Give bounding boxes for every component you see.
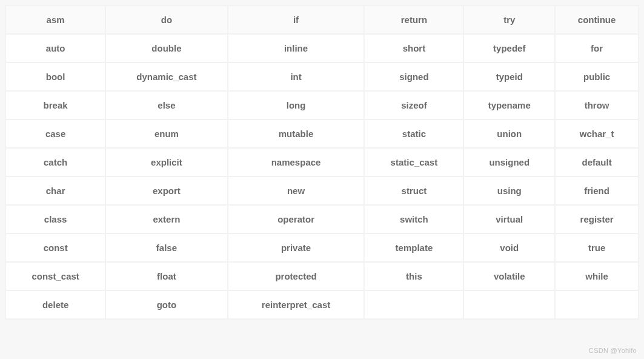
table-cell: false: [106, 234, 227, 261]
table-cell: signed: [365, 63, 463, 90]
keywords-table: asm do if return try continue auto doubl…: [5, 5, 639, 320]
table-cell: inline: [228, 35, 364, 62]
table-row: asm do if return try continue: [6, 6, 638, 33]
table-cell: static: [365, 120, 463, 147]
table-cell: delete: [6, 291, 105, 318]
table-row: case enum mutable static union wchar_t: [6, 120, 638, 147]
table-cell: operator: [228, 206, 364, 233]
table-cell: int: [228, 63, 364, 90]
table-cell: protected: [228, 263, 364, 290]
table-cell: float: [106, 263, 227, 290]
table-cell: reinterpret_cast: [228, 291, 364, 318]
table-cell: switch: [365, 206, 463, 233]
table-body: asm do if return try continue auto doubl…: [6, 6, 638, 318]
table-cell: public: [556, 63, 638, 90]
table-cell: continue: [556, 6, 638, 33]
table-cell: unsigned: [464, 149, 554, 176]
table-cell: asm: [6, 6, 105, 33]
table-cell: register: [556, 206, 638, 233]
table-row: const false private template void true: [6, 234, 638, 261]
table-cell: volatile: [464, 263, 554, 290]
table-cell: export: [106, 177, 227, 204]
table-row: auto double inline short typedef for: [6, 35, 638, 62]
table-cell: sizeof: [365, 92, 463, 119]
table-row: delete goto reinterpret_cast: [6, 291, 638, 318]
table-cell: [464, 291, 554, 318]
table-row: catch explicit namespace static_cast uns…: [6, 149, 638, 176]
table-cell: virtual: [464, 206, 554, 233]
table-cell: goto: [106, 291, 227, 318]
table-cell: union: [464, 120, 554, 147]
table-cell: catch: [6, 149, 105, 176]
table-cell: break: [6, 92, 105, 119]
table-cell: explicit: [106, 149, 227, 176]
table-row: const_cast float protected this volatile…: [6, 263, 638, 290]
table-cell: typename: [464, 92, 554, 119]
table-cell: if: [228, 6, 364, 33]
table-cell: dynamic_cast: [106, 63, 227, 90]
table-cell: void: [464, 234, 554, 261]
table-cell: default: [556, 149, 638, 176]
table-cell: template: [365, 234, 463, 261]
table-cell: typeid: [464, 63, 554, 90]
table-cell: return: [365, 6, 463, 33]
table-cell: do: [106, 6, 227, 33]
table-cell: extern: [106, 206, 227, 233]
table-row: class extern operator switch virtual reg…: [6, 206, 638, 233]
table-row: break else long sizeof typename throw: [6, 92, 638, 119]
table-cell: private: [228, 234, 364, 261]
table-cell: friend: [556, 177, 638, 204]
table-cell: enum: [106, 120, 227, 147]
table-cell: case: [6, 120, 105, 147]
table-cell: const: [6, 234, 105, 261]
table-cell: for: [556, 35, 638, 62]
table-cell: this: [365, 263, 463, 290]
table-cell: const_cast: [6, 263, 105, 290]
table-cell: try: [464, 6, 554, 33]
table-cell: double: [106, 35, 227, 62]
table-cell: while: [556, 263, 638, 290]
table-cell: [365, 291, 463, 318]
table-cell: wchar_t: [556, 120, 638, 147]
table-cell: class: [6, 206, 105, 233]
table-cell: static_cast: [365, 149, 463, 176]
table-cell: char: [6, 177, 105, 204]
table-cell: [556, 291, 638, 318]
table-cell: namespace: [228, 149, 364, 176]
table-cell: long: [228, 92, 364, 119]
table-row: bool dynamic_cast int signed typeid publ…: [6, 63, 638, 90]
table-cell: mutable: [228, 120, 364, 147]
table-cell: typedef: [464, 35, 554, 62]
table-cell: using: [464, 177, 554, 204]
table-cell: new: [228, 177, 364, 204]
table-row: char export new struct using friend: [6, 177, 638, 204]
table-cell: throw: [556, 92, 638, 119]
table-cell: auto: [6, 35, 105, 62]
table-cell: else: [106, 92, 227, 119]
table-cell: short: [365, 35, 463, 62]
table-cell: struct: [365, 177, 463, 204]
table-cell: bool: [6, 63, 105, 90]
table-cell: true: [556, 234, 638, 261]
